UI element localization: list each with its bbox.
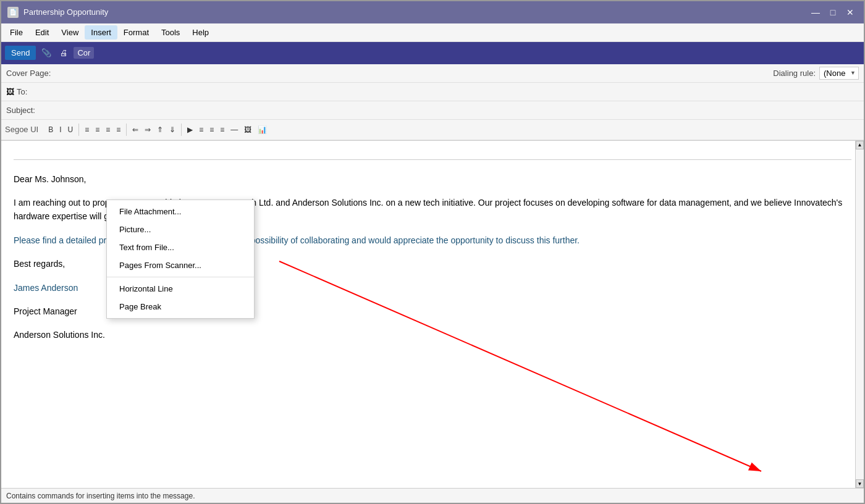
maximize-button[interactable]: □ xyxy=(825,5,840,20)
status-text: Contains commands for inserting items in… xyxy=(6,492,195,500)
insert-dropdown-menu: File Attachment... Picture... Text from … xyxy=(106,200,255,319)
format-style1[interactable]: ≡ xyxy=(196,124,206,135)
letter-greeting: Dear Ms. Johnson, xyxy=(14,172,851,186)
format-toolbar: B I U ≡ ≡ ≡ ≡ ⇐ ⇒ ⇑ ⇓ ▶ ≡ ≡ xyxy=(42,120,864,140)
dropdown-separator xyxy=(107,277,254,277)
scrollbar: ▲ ▼ xyxy=(855,141,864,488)
format-style2[interactable]: ≡ xyxy=(207,124,216,135)
format-align-left[interactable]: ≡ xyxy=(82,124,91,135)
menu-text-from-file[interactable]: Text from File... xyxy=(107,238,254,256)
to-icon: 🖼 xyxy=(6,87,14,96)
window-title: Partnership Opportunity xyxy=(23,7,108,17)
separator-2 xyxy=(126,124,127,136)
format-list-number[interactable]: ⇓ xyxy=(167,124,178,135)
title-bar: 📄 Partnership Opportunity — □ ✕ xyxy=(1,1,864,23)
to-row: 🖼 To: xyxy=(1,83,864,101)
content-divider xyxy=(14,159,851,160)
to-label: To: xyxy=(17,87,66,96)
menu-bar: File Edit View Insert Format Tools Help xyxy=(1,23,864,42)
menu-edit[interactable]: Edit xyxy=(29,25,55,40)
menu-tools[interactable]: Tools xyxy=(155,25,186,40)
scroll-down-button[interactable]: ▼ xyxy=(856,479,864,488)
close-button[interactable]: ✕ xyxy=(843,5,858,20)
dialing-rule-select[interactable]: (None xyxy=(819,67,859,80)
menu-horizontal-line[interactable]: Horizontal Line xyxy=(107,280,254,298)
format-image[interactable]: 🖼 xyxy=(242,124,254,135)
window-icon: 📄 xyxy=(7,7,19,18)
scroll-up-button[interactable]: ▲ xyxy=(856,141,864,149)
format-chart[interactable]: 📊 xyxy=(255,124,269,135)
cover-page-label: Cover Page: xyxy=(6,69,56,78)
dialing-select-wrapper: (None xyxy=(819,67,859,80)
format-align-center[interactable]: ≡ xyxy=(93,124,102,135)
cover-page-row: Cover Page: Dialing rule: (None xyxy=(1,64,864,83)
letter-company: Anderson Solutions Inc. xyxy=(14,328,851,342)
format-line[interactable]: — xyxy=(228,124,240,135)
subject-value[interactable] xyxy=(56,109,859,111)
format-underline[interactable]: U xyxy=(65,124,76,135)
menu-insert[interactable]: Insert xyxy=(85,25,117,40)
format-bold[interactable]: B xyxy=(46,124,56,135)
format-indent-increase[interactable]: ⇒ xyxy=(142,124,153,135)
toolbar-icon-1[interactable]: 📎 xyxy=(38,46,54,59)
format-italic[interactable]: I xyxy=(57,124,64,135)
fields-area: Cover Page: Dialing rule: (None 🖼 To: xyxy=(1,64,864,141)
toolbar-icon-2[interactable]: 🖨 xyxy=(57,46,71,59)
format-style3[interactable]: ≡ xyxy=(217,124,227,135)
toolbar-cor-label: Cor xyxy=(74,47,94,59)
separator-3 xyxy=(181,124,182,136)
format-para[interactable]: ▶ xyxy=(185,124,195,135)
menu-page-break[interactable]: Page Break xyxy=(107,298,254,316)
menu-file[interactable]: File xyxy=(4,25,29,40)
format-list-bullet[interactable]: ⇑ xyxy=(154,124,166,135)
menu-file-attachment[interactable]: File Attachment... xyxy=(107,203,254,220)
status-bar: Contains commands for inserting items in… xyxy=(1,488,864,503)
window: 📄 Partnership Opportunity — □ ✕ File Edi… xyxy=(0,0,865,504)
menu-view[interactable]: View xyxy=(55,25,85,40)
menu-format[interactable]: Format xyxy=(117,25,155,40)
title-bar-controls: — □ ✕ xyxy=(808,5,858,20)
dialing-rule-container: Dialing rule: (None xyxy=(773,67,859,80)
main-layout: Send 📎 🖨 Cor Cover Page: Dialing rule: (… xyxy=(1,42,864,503)
cover-page-value xyxy=(56,72,773,74)
dialing-rule-label: Dialing rule: xyxy=(773,69,816,78)
title-bar-left: 📄 Partnership Opportunity xyxy=(7,7,108,18)
menu-help[interactable]: Help xyxy=(186,25,215,40)
separator-1 xyxy=(78,124,79,136)
format-align-right[interactable]: ≡ xyxy=(103,124,112,135)
toolbar-row: Send 📎 🖨 Cor xyxy=(1,42,864,64)
minimize-button[interactable]: — xyxy=(808,5,823,20)
segoe-ui-label: Segoe UI xyxy=(1,124,42,135)
format-align-justify[interactable]: ≡ xyxy=(114,124,123,135)
scroll-track xyxy=(856,149,864,479)
send-button[interactable]: Send xyxy=(5,46,36,60)
content-wrapper: Dear Ms. Johnson, I am reaching out to p… xyxy=(1,141,864,488)
format-indent-decrease[interactable]: ⇐ xyxy=(130,124,141,135)
font-row: Segoe UI B I U ≡ ≡ ≡ ≡ ⇐ ⇒ ⇑ ⇓ ▶ xyxy=(1,120,864,140)
menu-picture[interactable]: Picture... xyxy=(107,220,254,238)
menu-pages-from-scanner[interactable]: Pages From Scanner... xyxy=(107,256,254,274)
to-value[interactable] xyxy=(66,90,859,93)
subject-label: Subject: xyxy=(6,106,56,115)
subject-row: Subject: xyxy=(1,101,864,120)
